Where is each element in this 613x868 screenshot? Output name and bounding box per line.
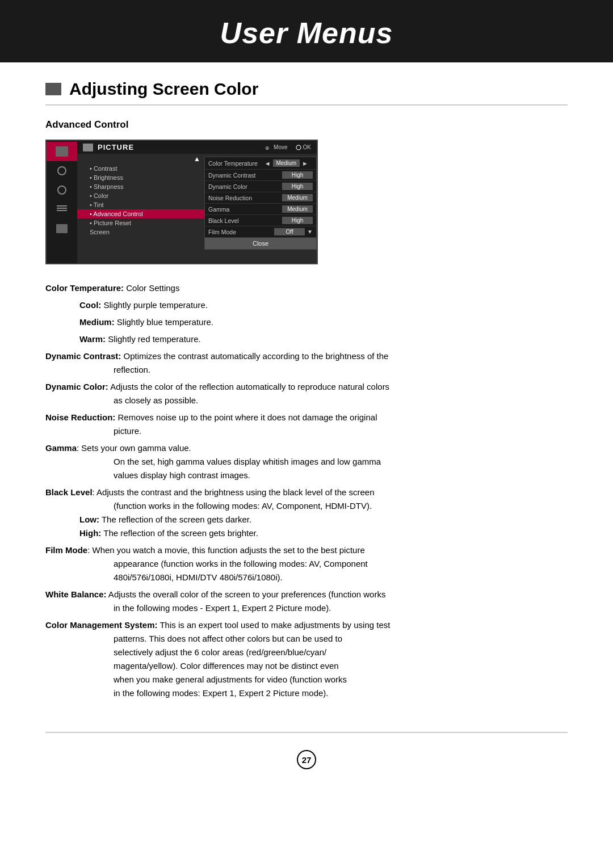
color-temp-left-arrow[interactable]: ◄ — [264, 160, 271, 167]
desc-cool: Cool: Slightly purple temperature. — [45, 298, 568, 312]
sidebar-item-settings — [47, 200, 77, 219]
desc-film-mode: Film Mode: When you watch a movie, this … — [45, 543, 568, 584]
sidebar-item-clock — [47, 180, 77, 200]
header-bar: User Menus — [0, 0, 613, 62]
film-mode-down-arrow: ▼ — [307, 229, 313, 235]
section-title: Adjusting Screen Color — [69, 79, 258, 99]
circle-icon — [57, 166, 66, 175]
desc-color-management: Color Management System: This is an expe… — [45, 618, 568, 700]
tv-panel-header-left: PICTURE — [83, 143, 134, 151]
panel-header-icon — [83, 144, 93, 151]
adv-row-noise-reduction: Noise Reduction Medium — [205, 192, 316, 204]
desc-gamma: Gamma: Sets your own gamma value. On the… — [45, 441, 568, 482]
move-icon: ⊕ — [265, 145, 272, 150]
page-title: User Menus — [220, 16, 393, 49]
panel-title: PICTURE — [98, 143, 134, 151]
page-number-area: 27 — [0, 750, 613, 781]
desc-noise-reduction: Noise Reduction: Removes noise up to the… — [45, 411, 568, 438]
adv-close-button[interactable]: Close — [205, 238, 316, 249]
desc-warm: Warm: Slightly red temperature. — [45, 332, 568, 346]
tv-advanced-panel: Color Temperature ◄ Medium ► Dynamic Con… — [204, 157, 317, 250]
color-temp-right-arrow[interactable]: ► — [302, 160, 308, 167]
bars-icon — [57, 205, 67, 213]
picture-icon — [56, 146, 68, 157]
adv-row-dynamic-contrast: Dynamic Contrast High — [205, 170, 316, 181]
move-label: ⊕ Move — [265, 144, 287, 150]
desc-dynamic-contrast: Dynamic Contrast: Optimizes the contrast… — [45, 349, 568, 377]
main-content: Adjusting Screen Color Advanced Control — [0, 62, 613, 726]
adv-row-color-temp: Color Temperature ◄ Medium ► — [205, 157, 316, 170]
section-title-row: Adjusting Screen Color — [45, 79, 568, 99]
desc-color-temperature: Color Temperature: Color Settings — [45, 281, 568, 295]
desc-white-balance: White Balance: Adjusts the overall color… — [45, 588, 568, 615]
tv-sidebar — [47, 141, 77, 263]
tv-menu-mock: PICTURE ⊕ Move OK ▲ • Contrast — [45, 140, 318, 264]
section-divider — [45, 104, 568, 106]
clock-icon — [57, 186, 66, 195]
adv-row-film-mode: Film Mode Off ▼ — [205, 226, 316, 238]
screen-label: Screen — [90, 229, 110, 235]
adv-row-dynamic-color: Dynamic Color High — [205, 181, 316, 192]
description-area: Color Temperature: Color Settings Cool: … — [45, 281, 568, 700]
sub-heading: Advanced Control — [45, 119, 568, 130]
svg-point-1 — [296, 145, 301, 150]
ok-icon — [296, 145, 301, 150]
page-number: 27 — [297, 750, 316, 769]
sidebar-item-picture — [47, 142, 77, 161]
tv-panel-header-right: ⊕ Move OK — [265, 144, 311, 150]
sidebar-item-img — [47, 219, 77, 238]
img-icon — [56, 224, 68, 233]
section-icon — [45, 83, 61, 95]
ok-label: OK — [296, 144, 311, 150]
adv-row-gamma: Gamma Medium — [205, 204, 316, 215]
svg-text:⊕: ⊕ — [265, 145, 270, 150]
sidebar-item-circle — [47, 161, 77, 180]
desc-black-level: Black Level: Adjusts the contrast and th… — [45, 486, 568, 540]
bottom-divider — [45, 732, 568, 733]
desc-medium: Medium: Slightly blue temperature. — [45, 315, 568, 329]
tv-panel-header: PICTURE ⊕ Move OK — [77, 141, 317, 154]
adv-row-black-level: Black Level High — [205, 215, 316, 226]
desc-dynamic-color: Dynamic Color: Adjusts the color of the … — [45, 380, 568, 407]
